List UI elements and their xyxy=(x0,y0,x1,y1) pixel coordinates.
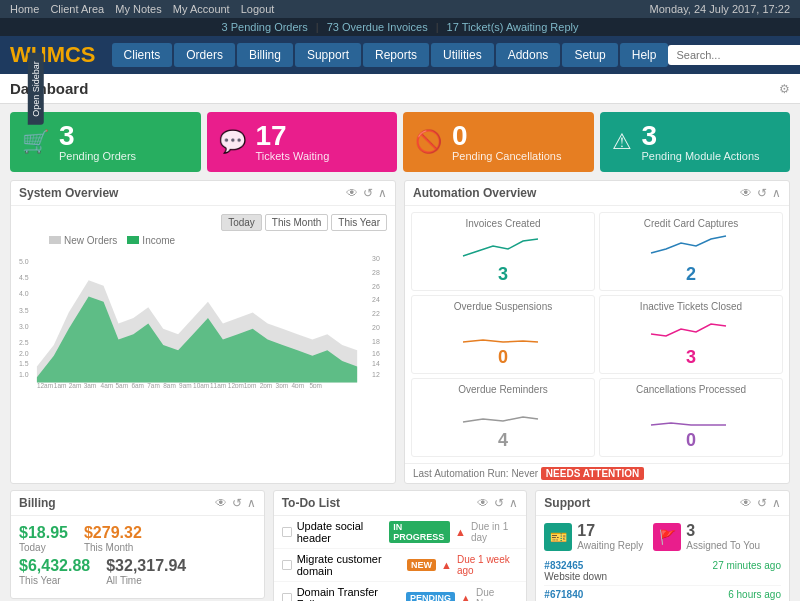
billing-today-label: Today xyxy=(19,542,68,553)
svg-text:1.5: 1.5 xyxy=(19,359,29,368)
svg-text:2.0: 2.0 xyxy=(19,348,29,357)
ticket-item-2[interactable]: #671840 6 hours ago Re: URGENT: Low bala… xyxy=(544,586,781,601)
sidebar-open-tab[interactable]: Open Sidebar xyxy=(28,53,44,125)
svg-text:4.0: 4.0 xyxy=(19,289,29,298)
stat-card-tickets[interactable]: 💬 17 Tickets Waiting xyxy=(207,112,398,172)
collapse-icon[interactable]: ∧ xyxy=(772,186,781,200)
awaiting-label: Awaiting Reply xyxy=(577,540,643,551)
refresh-icon[interactable]: ↺ xyxy=(494,496,504,510)
search-input[interactable] xyxy=(668,45,800,65)
todo-due-1: Due in 1 day xyxy=(471,521,518,543)
support-icons[interactable]: 👁 ↺ ∧ xyxy=(740,496,781,510)
svg-text:7am: 7am xyxy=(147,382,160,388)
ticket-id-1[interactable]: #832465 xyxy=(544,560,583,571)
nav-my-account[interactable]: My Account xyxy=(173,3,230,15)
btn-this-year[interactable]: This Year xyxy=(331,214,387,231)
svg-text:26: 26 xyxy=(372,282,380,291)
ticket-time-2: 6 hours ago xyxy=(728,589,781,600)
module-actions-num: 3 xyxy=(642,122,760,150)
support-tickets-list: #832465 27 minutes ago Website down #671… xyxy=(544,557,781,601)
todo-checkbox-3[interactable] xyxy=(282,593,292,601)
notification-bar: 3 Pending Orders | 73 Overdue Invoices |… xyxy=(0,18,800,36)
nav-support[interactable]: Support xyxy=(295,43,361,67)
nav-home[interactable]: Home xyxy=(10,3,39,15)
svg-text:12pm: 12pm xyxy=(228,382,245,388)
nav-clients[interactable]: Clients xyxy=(112,43,173,67)
todo-item-1[interactable]: Update social header IN PROGRESS ▲ Due i… xyxy=(274,516,527,549)
refresh-icon[interactable]: ↺ xyxy=(757,186,767,200)
svg-text:22: 22 xyxy=(372,309,380,318)
nav-orders[interactable]: Orders xyxy=(174,43,235,67)
todo-due-2: Due 1 week ago xyxy=(457,554,518,576)
collapse-icon[interactable]: ∧ xyxy=(509,496,518,510)
refresh-icon[interactable]: ↺ xyxy=(232,496,242,510)
nav-reports[interactable]: Reports xyxy=(363,43,429,67)
svg-text:1.0: 1.0 xyxy=(19,370,29,379)
todo-item-2[interactable]: Migrate customer domain NEW ▲ Due 1 week… xyxy=(274,549,527,582)
nav-setup[interactable]: Setup xyxy=(562,43,617,67)
todo-item-3[interactable]: Domain Transfer Failure PENDING ▲ Due Ne… xyxy=(274,582,527,601)
billing-icons[interactable]: 👁 ↺ ∧ xyxy=(215,496,256,510)
tickets-awaiting-notif[interactable]: 17 Ticket(s) Awaiting Reply xyxy=(447,21,579,33)
automation-overview-title: Automation Overview xyxy=(413,186,536,200)
nav-client-area[interactable]: Client Area xyxy=(50,3,104,15)
refresh-icon[interactable]: ↺ xyxy=(363,186,373,200)
nav-help[interactable]: Help xyxy=(620,43,669,67)
collapse-icon[interactable]: ∧ xyxy=(378,186,387,200)
svg-text:1am: 1am xyxy=(54,382,67,388)
stat-card-module-actions[interactable]: ⚠ 3 Pending Module Actions xyxy=(600,112,791,172)
eye-icon[interactable]: 👁 xyxy=(346,186,358,200)
todo-icons[interactable]: 👁 ↺ ∧ xyxy=(477,496,518,510)
billing-content: $18.95 Today $279.32 This Month $6,432.8… xyxy=(11,516,264,598)
overdue-invoices-notif[interactable]: 73 Overdue Invoices xyxy=(327,21,428,33)
ticket-id-2[interactable]: #671840 xyxy=(544,589,583,600)
nav-billing[interactable]: Billing xyxy=(237,43,293,67)
todo-badge-3: PENDING xyxy=(406,592,455,601)
main-nav[interactable]: Clients Orders Billing Support Reports U… xyxy=(112,43,669,67)
top-nav[interactable]: Home Client Area My Notes My Account Log… xyxy=(10,3,282,15)
collapse-icon[interactable]: ∧ xyxy=(772,496,781,510)
nav-my-notes[interactable]: My Notes xyxy=(115,3,161,15)
pending-orders-notif[interactable]: 3 Pending Orders xyxy=(222,21,308,33)
stat-card-cancellations[interactable]: 🚫 0 Pending Cancellations xyxy=(403,112,594,172)
ticket-item-1[interactable]: #832465 27 minutes ago Website down xyxy=(544,557,781,586)
auto-overdue-suspensions: Overdue Suspensions 0 xyxy=(411,295,595,374)
automation-icons[interactable]: 👁 ↺ ∧ xyxy=(740,186,781,200)
eye-icon[interactable]: 👁 xyxy=(215,496,227,510)
auto-cc-captures: Credit Card Captures 2 xyxy=(599,212,783,291)
svg-text:28: 28 xyxy=(372,268,380,277)
todo-checkbox-2[interactable] xyxy=(282,560,292,570)
eye-icon[interactable]: 👁 xyxy=(740,186,752,200)
collapse-icon[interactable]: ∧ xyxy=(247,496,256,510)
chart-period-buttons[interactable]: Today This Month This Year xyxy=(19,214,387,231)
svg-text:12: 12 xyxy=(372,370,380,379)
page-title: Dashboard xyxy=(10,80,88,97)
support-content: 🎫 17 Awaiting Reply 🚩 3 Assigned To You xyxy=(536,516,789,601)
billing-box: Billing 👁 ↺ ∧ $18.95 Today $279.32 This … xyxy=(10,490,265,599)
automation-overview-box: Automation Overview 👁 ↺ ∧ Invoices Creat… xyxy=(404,180,790,484)
todo-text-2: Migrate customer domain xyxy=(297,553,402,577)
nav-utilities[interactable]: Utilities xyxy=(431,43,494,67)
svg-text:4.5: 4.5 xyxy=(19,273,29,282)
eye-icon[interactable]: 👁 xyxy=(740,496,752,510)
billing-month-amount: $279.32 xyxy=(84,524,142,542)
svg-text:1pm: 1pm xyxy=(244,382,257,388)
svg-text:6am: 6am xyxy=(131,382,144,388)
cancel-icon: 🚫 xyxy=(415,129,442,155)
system-overview-icons[interactable]: 👁 ↺ ∧ xyxy=(346,186,387,200)
nav-logout[interactable]: Logout xyxy=(241,3,275,15)
dashboard-gear-icon[interactable]: ⚙ xyxy=(779,82,790,96)
nav-addons[interactable]: Addons xyxy=(496,43,561,67)
eye-icon[interactable]: 👁 xyxy=(477,496,489,510)
svg-text:5.0: 5.0 xyxy=(19,257,29,266)
system-overview-title: System Overview xyxy=(19,186,118,200)
todo-checkbox-1[interactable] xyxy=(282,527,292,537)
support-box: Support 👁 ↺ ∧ 🎫 17 Awaiting Reply 🚩 xyxy=(535,490,790,601)
btn-this-month[interactable]: This Month xyxy=(265,214,328,231)
main-content-top: System Overview 👁 ↺ ∧ Today This Month T… xyxy=(0,180,800,490)
svg-text:9am: 9am xyxy=(179,382,192,388)
refresh-icon[interactable]: ↺ xyxy=(757,496,767,510)
btn-today[interactable]: Today xyxy=(221,214,262,231)
search-box[interactable] xyxy=(668,45,800,65)
todo-box: To-Do List 👁 ↺ ∧ Update social header IN… xyxy=(273,490,528,601)
